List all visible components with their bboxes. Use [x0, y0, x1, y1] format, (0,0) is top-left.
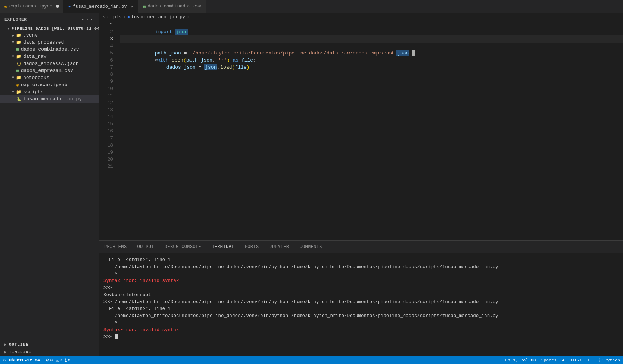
- timeline-section[interactable]: ▶ TIMELINE: [0, 348, 99, 356]
- timeline-label: TIMELINE: [9, 350, 31, 354]
- line-num-16: 16: [99, 128, 113, 135]
- sidebar-item-data-raw[interactable]: ▼ 📁 data_raw: [0, 53, 99, 60]
- sidebar-item-exploracao[interactable]: ◉ exploracao.ipynb: [0, 81, 99, 88]
- line-num-19: 19: [99, 149, 113, 156]
- sidebar-item-dados-empresaa-json[interactable]: {} dados_empresaA.json: [0, 60, 99, 67]
- terminal-line-11: SyntaxError: invalid syntax: [103, 327, 619, 334]
- code-line-17: [120, 135, 623, 142]
- code-content[interactable]: import json path_json = '/home/klayton_b…: [117, 21, 623, 240]
- notebook-icon: ◉: [4, 4, 7, 9]
- encoding-indicator[interactable]: UTF-8: [570, 358, 583, 363]
- code-line-1: import json: [120, 21, 623, 28]
- wsl-label: Ubuntu-22.04: [7, 357, 42, 363]
- tab-ports[interactable]: PORTS: [240, 241, 264, 253]
- more-icon[interactable]: ···: [81, 16, 94, 23]
- line-num-1: 1: [99, 21, 113, 28]
- notebook-file-icon: ◉: [16, 82, 19, 87]
- code-line-20: [120, 156, 623, 163]
- outline-label: OUTLINE: [9, 342, 28, 347]
- tab-label: fusao_mercado_jan.py: [73, 4, 127, 9]
- sidebar-item-dados-combinados[interactable]: ▦ dados_combinados.csv: [0, 46, 99, 53]
- tab-comments[interactable]: COMMENTS: [294, 241, 327, 253]
- code-line-19: [120, 149, 623, 156]
- tab-fusao[interactable]: ● fusao_mercado_jan.py ✕: [64, 0, 138, 13]
- line-num-5: 5: [99, 50, 113, 57]
- line-num-4: 4: [99, 43, 113, 50]
- code-line-3: path_json = '/home/klayton_brito/Documen…: [120, 35, 623, 43]
- sidebar-item-dados-empresab-csv[interactable]: ▦ dados_empresaB.csv: [0, 67, 99, 74]
- sidebar-item-label: fusao_mercado_jan.py: [24, 96, 82, 102]
- breadcrumb-sep: ›: [187, 15, 189, 20]
- eol-value: LF: [588, 358, 593, 363]
- code-line-5: ▼with open(path_json, 'r') as file:: [120, 50, 623, 57]
- breadcrumb-file[interactable]: fusao_mercado_jan.py: [131, 15, 185, 20]
- encoding-value: UTF-8: [570, 358, 583, 363]
- sidebar-item-label: dados_empresaA.json: [23, 61, 78, 66]
- tabs-bar: ◉ exploracao.ipynb ● fusao_mercado_jan.p…: [0, 0, 623, 13]
- editor-area: scripts › ● fusao_mercado_jan.py › ... 1…: [99, 13, 623, 356]
- sidebar-item-notebooks[interactable]: ▼ 📁 notebooks: [0, 74, 99, 81]
- tab-jupyter[interactable]: JUPYTER: [264, 241, 294, 253]
- sidebar-item-label: notebooks: [23, 75, 49, 81]
- language-indicator[interactable]: {} Python: [598, 357, 620, 363]
- breadcrumb-scripts[interactable]: scripts: [103, 15, 121, 20]
- info-count: 0: [68, 358, 71, 363]
- caret-icon: ▶: [12, 33, 14, 38]
- py-file-icon: 🐍: [16, 97, 22, 101]
- position-value: Ln 3, Col 88: [505, 358, 536, 363]
- tab-problems[interactable]: PROBLEMS: [99, 241, 132, 253]
- code-line-2: [120, 28, 623, 35]
- caret-icon: ▼: [12, 90, 14, 94]
- line-num-15: 15: [99, 120, 113, 128]
- sidebar-item-venv[interactable]: ▶ 📁 .venv: [0, 32, 99, 39]
- code-line-4: [120, 43, 623, 50]
- line-num-14: 14: [99, 113, 113, 120]
- terminal-content[interactable]: File "<stdin>", line 1 /home/klayton_bri…: [99, 254, 623, 356]
- code-line-15: [120, 120, 623, 128]
- folder-icon: 📁: [16, 90, 21, 94]
- tab-exploracao[interactable]: ◉ exploracao.ipynb: [0, 0, 64, 13]
- info-icon: ℹ: [65, 357, 67, 363]
- code-line-21: [120, 163, 623, 170]
- terminal-line-12: >>>: [103, 333, 619, 341]
- tab-debug-console[interactable]: DEBUG CONSOLE: [159, 241, 206, 253]
- line-num-9: 9: [99, 78, 113, 85]
- warning-icon: ⚠: [55, 357, 58, 363]
- py-icon: ●: [68, 4, 71, 9]
- sidebar-item-label: exploracao.ipynb: [21, 82, 68, 88]
- errors-indicator[interactable]: ⊗ 0 ⚠ 0 ℹ 0: [46, 357, 71, 363]
- code-editor[interactable]: 1 2 3 4 5 6 7 8 9 10 11 12 13 14 15 16 1: [99, 21, 623, 240]
- outline-section[interactable]: ▶ OUTLINE: [0, 341, 99, 348]
- tab-output[interactable]: OUTPUT: [132, 241, 159, 253]
- line-num-20: 20: [99, 156, 113, 163]
- tab-label: exploracao.ipynb: [9, 4, 52, 9]
- line-num-11: 11: [99, 92, 113, 99]
- terminal-line-7: >>> /home/klayton_brito/Documentos/pipel…: [103, 299, 619, 306]
- spaces-indicator[interactable]: Spaces: 4: [541, 358, 564, 363]
- tab-dados[interactable]: ▦ dados_combinados.csv: [138, 0, 206, 13]
- error-count: 0: [50, 358, 53, 363]
- eol-indicator[interactable]: LF: [588, 358, 593, 363]
- project-root[interactable]: ▼ PIPELINE_DADOS [WSL: UBUNTU-22.04]: [0, 26, 99, 32]
- terminal-line-8: File "<stdin>", line 1: [103, 305, 619, 313]
- sidebar-item-fusao-mercado-jan[interactable]: 🐍 fusao_mercado_jan.py: [0, 95, 99, 103]
- sidebar: EXPLORER ··· ▼ PIPELINE_DADOS [WSL: UBUN…: [0, 13, 99, 356]
- tab-modified-dot: [56, 5, 59, 8]
- status-right: Ln 3, Col 88 Spaces: 4 UTF-8 LF {} Pytho…: [505, 357, 620, 363]
- breadcrumb-ellipsis: ...: [191, 15, 199, 20]
- sidebar-item-scripts[interactable]: ▼ 📁 scripts: [0, 88, 99, 95]
- breadcrumb-sep: ›: [123, 15, 125, 20]
- position-indicator[interactable]: Ln 3, Col 88: [505, 358, 536, 363]
- sidebar-item-data-processed[interactable]: ▼ 📁 data_processed: [0, 39, 99, 46]
- main-area: EXPLORER ··· ▼ PIPELINE_DADOS [WSL: UBUN…: [0, 13, 623, 356]
- caret-icon: ▶: [4, 342, 7, 347]
- tab-close-button[interactable]: ✕: [130, 3, 133, 10]
- line-num-17: 17: [99, 135, 113, 142]
- wsl-indicator[interactable]: ⌂ Ubuntu-22.04: [3, 357, 42, 363]
- status-left: ⌂ Ubuntu-22.04 ⊗ 0 ⚠ 0 ℹ 0: [3, 357, 71, 363]
- line-numbers: 1 2 3 4 5 6 7 8 9 10 11 12 13 14 15 16 1: [99, 21, 117, 240]
- wsl-icon: ⌂: [3, 357, 6, 363]
- tab-terminal[interactable]: TERMINAL: [206, 241, 240, 253]
- language-value: Python: [605, 358, 620, 363]
- folder-icon: 📁: [16, 33, 21, 38]
